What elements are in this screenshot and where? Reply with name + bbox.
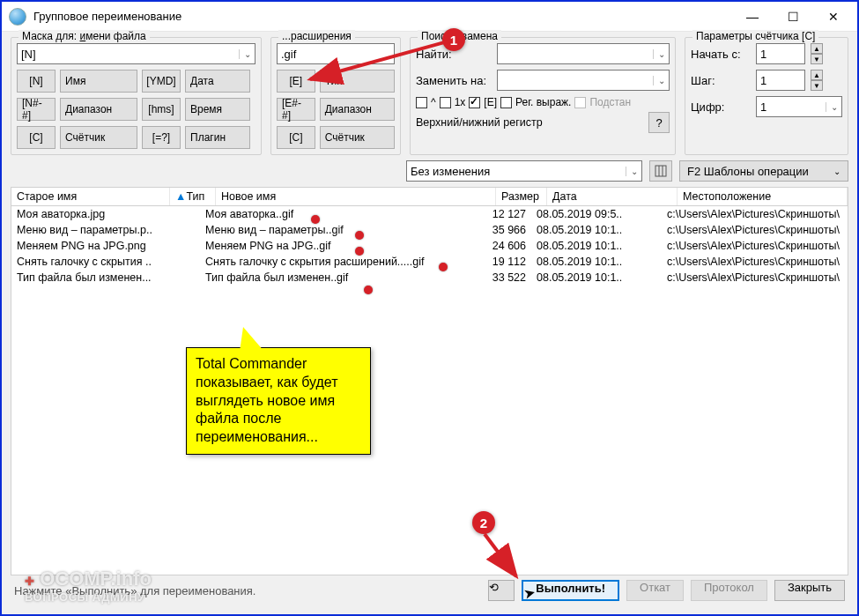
replace-input[interactable] [498, 71, 653, 90]
hdr-date[interactable]: Дата [547, 188, 678, 205]
table-row[interactable]: Меню вид – параметры.p..Меню вид – парам… [11, 222, 848, 238]
ext-btn-type[interactable]: Тип [320, 70, 395, 93]
window-title: Групповое переименование [33, 10, 732, 23]
digits-label: Цифр: [691, 100, 751, 114]
ext-btn-c[interactable]: [C] [277, 126, 315, 149]
dot-4 [439, 263, 448, 271]
table-row[interactable]: Моя аваторка.jpgМоя аваторка..gif12 1270… [11, 206, 848, 222]
mask-dropdown-icon[interactable]: ⌄ [239, 49, 255, 59]
cell-date: 08.05.2019 10:1.. [531, 256, 662, 268]
cell-new: Меняем PNG на JPG..gif [200, 240, 480, 252]
chk-e[interactable] [469, 97, 480, 108]
ext-btn-range[interactable]: [E#-#] [277, 98, 315, 121]
mask-btn-ymd[interactable]: [YMD] [142, 70, 181, 93]
chk-subst[interactable] [574, 97, 586, 108]
mask-btn-plugin-label[interactable]: Плагин [185, 126, 250, 149]
reload-button[interactable]: ⟲ [488, 580, 515, 601]
cell-date: 08.05.2019 09:5.. [531, 208, 662, 220]
ext-btn-counter[interactable]: Счётчик [320, 126, 395, 149]
cell-loc: c:\Users\Alex\Pictures\Скриншоты\ [662, 256, 848, 268]
step-spin[interactable]: ▲▼ [811, 70, 823, 91]
mask-btn-counter[interactable]: Счётчик [60, 126, 137, 149]
mask-btn-c[interactable]: [C] [17, 126, 56, 149]
ext-btn-e[interactable]: [E] [277, 70, 315, 93]
case-dropdown-icon[interactable]: ⌄ [626, 167, 641, 176]
find-input[interactable] [498, 44, 653, 63]
mask-btn-hms[interactable]: [hms] [142, 98, 181, 121]
digits-select[interactable]: ⌄ [756, 96, 842, 117]
callout: Total Commander показывает, как будет вы… [186, 347, 371, 455]
hdr-new[interactable]: Новое имя [216, 188, 496, 205]
ext-input[interactable] [277, 43, 395, 64]
cell-date: 08.05.2019 10:1.. [531, 224, 662, 236]
cell-loc: c:\Users\Alex\Pictures\Скриншоты\ [662, 224, 848, 236]
cell-date: 08.05.2019 10:1.. [531, 271, 662, 284]
find-input-wrap[interactable]: ⌄ [497, 43, 670, 64]
mask-input-wrap[interactable]: ⌄ [17, 43, 255, 64]
hdr-old[interactable]: Старое имя [11, 188, 170, 205]
start-input[interactable] [756, 43, 805, 64]
cell-date: 08.05.2019 10:1.. [531, 240, 662, 252]
cell-loc: c:\Users\Alex\Pictures\Скриншоты\ [662, 240, 848, 252]
mask-btn-name[interactable]: Имя [60, 70, 137, 93]
svg-rect-0 [655, 166, 666, 176]
cell-loc: c:\Users\Alex\Pictures\Скриншоты\ [662, 208, 848, 220]
case-hint: Верхний/нижний регистр [416, 116, 643, 129]
mask-btn-date[interactable]: Дата [185, 70, 250, 93]
mask-btn-range[interactable]: [N#-#] [17, 98, 56, 121]
mask-btn-range-label[interactable]: Диапазон [60, 98, 137, 121]
start-spin[interactable]: ▲▼ [811, 43, 823, 64]
cell-old: Меню вид – параметры.p.. [11, 224, 170, 236]
dot-5 [364, 286, 373, 294]
table-header: Старое имя ▲Тип Новое имя Размер Дата Ме… [11, 187, 848, 206]
mask-input[interactable] [18, 44, 239, 63]
cell-new: Моя аваторка..gif [200, 208, 480, 220]
table-row[interactable]: Меняем PNG на JPG.pngМеняем PNG на JPG..… [11, 238, 848, 254]
templates-button[interactable]: F2 Шаблоны операции ⌄ [679, 160, 848, 182]
ext-btn-range-label[interactable]: Диапазон [320, 98, 395, 121]
hdr-type[interactable]: ▲Тип [170, 188, 216, 205]
hdr-loc[interactable]: Местоположение [678, 188, 848, 205]
counter-group-label: Параметры счётчика [C] [692, 30, 818, 42]
cell-new: Тип файла был изменен..gif [200, 271, 480, 284]
cell-size: 19 112 [480, 256, 531, 268]
ext-group: ...расширения [E] Тип [E#-#] Диапазон [C… [270, 37, 401, 155]
run-button[interactable]: Выполнить! [522, 580, 619, 601]
hdr-size[interactable]: Размер [496, 188, 547, 205]
cell-size: 35 966 [480, 224, 531, 236]
protocol-button[interactable]: Протокол [691, 580, 767, 601]
cell-old: Тип файла был изменен... [11, 271, 170, 284]
mask-group: Маска для: имени файла ⌄ [N] Имя [YMD] Д… [11, 37, 262, 155]
table-row[interactable]: Тип файла был изменен...Тип файла был из… [11, 270, 848, 286]
titlebar: Групповое переименование — ☐ ✕ [2, 2, 857, 32]
digits-dropdown-icon[interactable]: ⌄ [826, 102, 841, 112]
mask-btn-n[interactable]: [N] [17, 70, 56, 93]
undo-button[interactable]: Откат [626, 580, 684, 601]
chk-caret[interactable] [416, 97, 427, 108]
replace-input-wrap[interactable]: ⌄ [497, 70, 670, 91]
app-icon [9, 8, 26, 26]
edit-config-button[interactable] [649, 160, 672, 182]
chk-1x[interactable] [440, 97, 451, 108]
table-body: Моя аваторка.jpgМоя аваторка..gif12 1270… [11, 206, 848, 575]
close-dialog-button[interactable]: Закрыть [774, 580, 845, 601]
cell-size: 12 127 [480, 208, 531, 220]
maximize-button[interactable]: ☐ [773, 4, 813, 30]
minimize-button[interactable]: — [732, 4, 773, 30]
mask-btn-plugin[interactable]: [=?] [142, 126, 181, 149]
start-label: Начать с: [691, 48, 751, 61]
chk-regex[interactable] [500, 97, 512, 108]
step-input[interactable] [756, 70, 805, 91]
mask-btn-time[interactable]: Время [185, 98, 250, 121]
help-button[interactable]: ? [648, 112, 670, 133]
cell-size: 24 606 [480, 240, 531, 252]
dot-3 [355, 247, 364, 256]
counter-group: Параметры счётчика [C] Начать с: ▲▼ Шаг:… [685, 37, 848, 155]
case-select[interactable]: ⌄ [406, 160, 642, 182]
table-row[interactable]: Снять галочку с скрытия ..Снять галочку … [11, 254, 848, 270]
columns-icon [655, 165, 667, 177]
close-button[interactable]: ✕ [813, 4, 854, 30]
cell-old: Меняем PNG на JPG.png [11, 240, 170, 252]
find-dropdown-icon[interactable]: ⌄ [653, 49, 669, 59]
replace-dropdown-icon[interactable]: ⌄ [653, 76, 669, 85]
